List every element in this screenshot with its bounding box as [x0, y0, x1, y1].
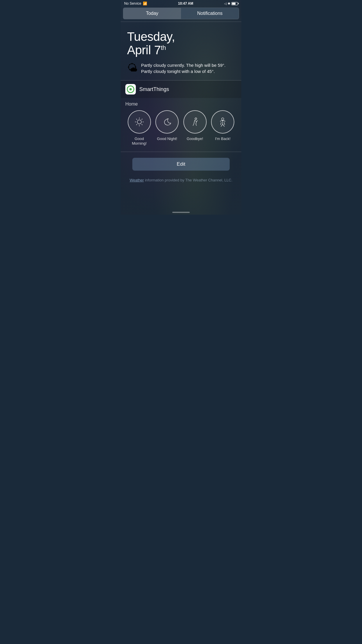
- svg-line-15: [224, 122, 225, 125]
- good-night-circle: [155, 110, 179, 134]
- im-back-circle: [211, 110, 234, 134]
- battery-indicator: [231, 2, 238, 5]
- svg-point-0: [137, 120, 141, 124]
- tab-bar: Today Notifications: [123, 8, 239, 19]
- edit-button[interactable]: Edit: [132, 158, 230, 171]
- svg-line-12: [221, 124, 223, 127]
- goodbye-circle: [183, 110, 207, 134]
- location-icon: ◁: [224, 2, 226, 6]
- time-display: 10:47 AM: [178, 1, 193, 6]
- sun-icon: [134, 116, 145, 127]
- smartthings-header: SmartThings: [121, 80, 241, 98]
- good-morning-button[interactable]: GoodMorning!: [128, 110, 151, 146]
- svg-point-10: [222, 118, 224, 120]
- moon-icon: [161, 116, 173, 127]
- status-right: ◁ ✱: [224, 2, 238, 6]
- tab-notifications[interactable]: Notifications: [181, 8, 239, 19]
- signal-text: No Service: [124, 1, 141, 6]
- svg-line-8: [136, 124, 137, 125]
- person-icon: [217, 116, 228, 127]
- weather-description: Partly cloudy currently. The high will b…: [141, 62, 235, 74]
- date-section: Tuesday, April 7th: [121, 22, 241, 62]
- svg-line-14: [221, 122, 221, 125]
- bluetooth-icon: ✱: [228, 2, 230, 6]
- status-bar: No Service 📶 10:47 AM ◁ ✱: [121, 0, 241, 6]
- weather-link[interactable]: Weather: [130, 178, 144, 182]
- goodbye-button[interactable]: Goodbye!: [183, 110, 207, 141]
- im-back-label: I'm Back!: [215, 136, 231, 141]
- goodbye-label: Goodbye!: [187, 136, 203, 141]
- good-morning-circle: [128, 110, 151, 134]
- smartthings-name: SmartThings: [139, 86, 169, 92]
- weather-attribution: Weather information provided by The Weat…: [121, 175, 241, 185]
- attribution-text: information provided by The Weather Chan…: [144, 178, 233, 182]
- svg-line-6: [141, 124, 142, 125]
- weather-section: 🌤 Partly cloudy currently. The high will…: [121, 62, 241, 80]
- home-buttons: GoodMorning! Good Night!: [125, 110, 237, 149]
- good-night-button[interactable]: Good Night!: [155, 110, 179, 141]
- good-morning-label: GoodMorning!: [132, 136, 147, 146]
- wifi-icon: 📶: [143, 1, 147, 6]
- svg-line-5: [136, 119, 137, 120]
- svg-line-7: [141, 119, 142, 120]
- home-label: Home: [125, 102, 237, 107]
- edit-section: Edit: [121, 152, 241, 175]
- tab-today[interactable]: Today: [123, 8, 181, 19]
- good-night-label: Good Night!: [157, 136, 177, 141]
- smartthings-logo: [125, 84, 136, 94]
- date-day: Tuesday, April 7th: [127, 30, 235, 57]
- walk-icon: [189, 116, 201, 127]
- svg-line-13: [223, 124, 224, 127]
- svg-point-9: [195, 118, 197, 120]
- home-section: Home GoodMornin: [121, 98, 241, 151]
- im-back-button[interactable]: I'm Back!: [211, 110, 234, 141]
- weather-icon: 🌤: [127, 63, 138, 73]
